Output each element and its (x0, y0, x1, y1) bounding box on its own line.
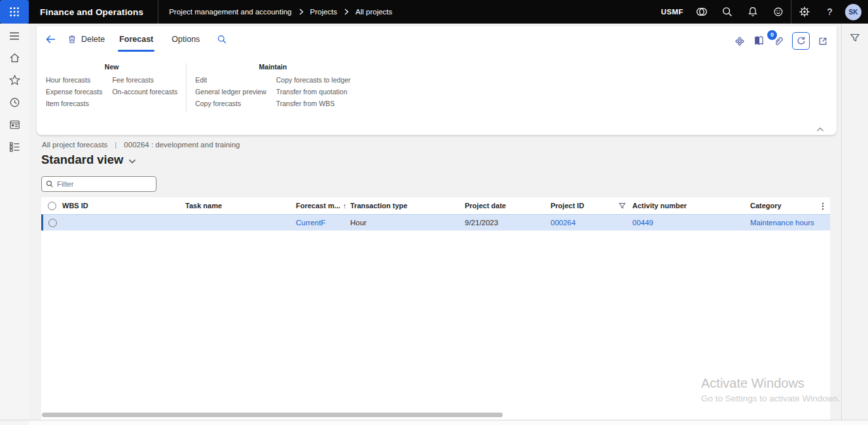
grid-options-kebab-button[interactable]: ⋮ (816, 202, 830, 210)
delete-button[interactable]: Delete (67, 34, 105, 45)
refresh-icon (796, 36, 806, 46)
chevron-right-icon (298, 9, 304, 15)
copy-forecasts-button[interactable]: Copy forecasts (195, 100, 266, 107)
action-pane-tabs: Forecast Options (119, 32, 200, 46)
horizontal-scrollbar-thumb[interactable] (42, 413, 503, 417)
nav-favorites-button[interactable] (8, 74, 21, 86)
general-ledger-preview-button[interactable]: General ledger preview (195, 88, 266, 96)
column-header-wbs-id[interactable]: WBS ID (62, 202, 185, 210)
view-title-label: Standard view (41, 153, 123, 167)
column-header-forecast-model[interactable]: Forecast m... ↑ (296, 202, 350, 210)
nav-modules-button[interactable] (8, 141, 21, 153)
column-header-task-name[interactable]: Task name (185, 202, 296, 210)
search-button[interactable] (714, 0, 740, 24)
page-context-line: All project forecasts | 000264 : develop… (42, 141, 240, 149)
bottom-strip (29, 420, 868, 425)
hamburger-icon (9, 31, 20, 41)
user-avatar[interactable]: SK (845, 4, 861, 20)
ribbon-group-new: New Hour forecasts Expense forecasts Ite… (46, 63, 177, 113)
nav-recent-button[interactable] (8, 96, 21, 109)
transfer-from-wbs-button[interactable]: Transfer from WBS (276, 100, 351, 107)
column-header-transaction-type[interactable]: Transaction type (350, 202, 465, 210)
attachments-button[interactable]: 0 (772, 35, 784, 47)
bell-icon (747, 6, 759, 18)
star-icon (9, 74, 21, 86)
breadcrumb-area[interactable]: Projects (310, 8, 338, 16)
select-all-radio[interactable] (48, 202, 56, 210)
breadcrumb-page[interactable]: All projects (355, 8, 392, 16)
panel-utility-icons: 0 (734, 32, 829, 50)
row-cell-transaction-type: Hour (350, 219, 465, 227)
modules-list-icon (9, 141, 21, 153)
back-button[interactable] (42, 31, 59, 48)
expand-nav-button[interactable] (8, 29, 21, 42)
app-launcher-button[interactable] (0, 0, 29, 24)
row-cell-project-date: 9/21/2023 (465, 219, 551, 227)
action-search-button[interactable] (217, 34, 227, 45)
hour-forecasts-button[interactable]: Hour forecasts (46, 77, 102, 84)
feedback-button[interactable] (765, 0, 791, 24)
left-navigation-rail (0, 24, 29, 425)
copilot-button[interactable] (689, 0, 714, 24)
context-list-name[interactable]: All project forecasts (42, 141, 107, 149)
context-separator: | (115, 141, 117, 149)
tab-forecast[interactable]: Forecast (119, 32, 153, 46)
action-pane: Delete Forecast Options New Hour forecas… (37, 26, 837, 135)
view-selector[interactable]: Standard view (41, 153, 136, 167)
column-header-activity-number[interactable]: Activity number (632, 202, 750, 210)
expense-forecasts-button[interactable]: Expense forecasts (46, 88, 102, 96)
filter-funnel-icon (849, 32, 861, 44)
app-title[interactable]: Finance and Operations (40, 7, 143, 17)
nav-home-button[interactable] (8, 52, 21, 64)
column-filter-applied-button[interactable] (618, 202, 632, 210)
workspace-icon (9, 119, 21, 131)
delete-button-label: Delete (81, 35, 105, 44)
waffle-icon (9, 7, 20, 17)
forecast-model-header-label: Forecast m... (296, 202, 340, 210)
column-header-category[interactable]: Category (750, 202, 816, 210)
activity-number-link[interactable]: 00449 (632, 219, 750, 227)
refresh-button[interactable] (792, 32, 810, 50)
category-link[interactable]: Maintenance hours (750, 219, 816, 227)
grid-filter (41, 176, 156, 192)
open-in-new-window-button[interactable] (818, 35, 829, 46)
project-id-link[interactable]: 000264 (551, 219, 618, 227)
collapse-ribbon-button[interactable] (816, 126, 825, 133)
tab-options[interactable]: Options (172, 32, 200, 46)
smiley-icon (772, 6, 784, 18)
show-related-button[interactable] (753, 35, 765, 46)
select-all-checkbox[interactable] (41, 202, 62, 210)
power-apps-button[interactable] (734, 35, 746, 47)
fee-forecasts-button[interactable]: Fee forecasts (112, 77, 177, 84)
transfer-from-quotation-button[interactable]: Transfer from quotation (276, 88, 351, 96)
attachments-count-badge: 0 (767, 30, 777, 40)
edit-button[interactable]: Edit (195, 77, 266, 84)
diamonds-icon (734, 35, 746, 47)
grid-row-selected[interactable]: CurrentF Hour 9/21/2023 000264 00449 Mai… (41, 214, 830, 231)
breadcrumb: Project management and accounting Projec… (169, 8, 392, 16)
column-header-project-date[interactable]: Project date (465, 202, 551, 210)
row-cell-forecast-model[interactable]: CurrentF (296, 219, 350, 227)
help-button[interactable]: ? (817, 0, 842, 24)
book-icon (753, 35, 765, 46)
settings-button[interactable] (791, 0, 817, 24)
notifications-button[interactable] (740, 0, 765, 24)
breadcrumb-module[interactable]: Project management and accounting (169, 8, 291, 16)
context-record-name[interactable]: 000264 : development and training (124, 141, 240, 149)
item-forecasts-button[interactable]: Item forecasts (46, 100, 102, 107)
trash-icon (67, 34, 77, 45)
nav-workspaces-button[interactable] (8, 119, 21, 131)
row-select-radio[interactable] (48, 219, 57, 227)
filter-input[interactable] (57, 180, 152, 188)
open-filter-pane-button[interactable] (849, 32, 861, 420)
gear-icon (799, 6, 810, 18)
filter-pane-rail (841, 24, 868, 420)
company-picker[interactable]: USMF (656, 0, 689, 24)
forecast-model-link[interactable]: CurrentF (296, 219, 325, 227)
grid-header-row: WBS ID Task name Forecast m... ↑ Transac… (41, 197, 830, 214)
ribbon-group-maintain: Maintain Edit General ledger preview Cop… (195, 63, 350, 113)
top-navigation-bar: Finance and Operations Project managemen… (0, 0, 868, 24)
on-account-forecasts-button[interactable]: On-account forecasts (112, 88, 177, 96)
copy-forecasts-to-ledger-button[interactable]: Copy forecasts to ledger (276, 77, 351, 84)
column-header-project-id[interactable]: Project ID (551, 202, 618, 210)
